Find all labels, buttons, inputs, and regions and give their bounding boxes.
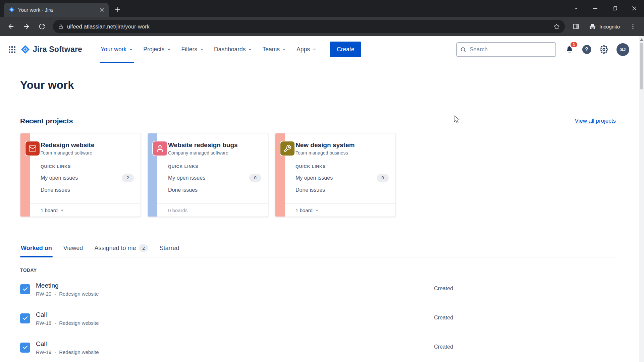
issue-project: Redesign website: [59, 349, 99, 355]
nav-label: Dashboards: [214, 46, 246, 53]
issue-title[interactable]: Meeting: [36, 282, 99, 289]
tab-close-icon[interactable]: [98, 6, 106, 14]
link-label: Done issues: [296, 187, 325, 193]
search-input[interactable]: [469, 46, 552, 53]
jira-favicon-icon: [9, 7, 15, 13]
work-item[interactable]: Call RW-19 · Redesign website Created: [20, 333, 616, 362]
recent-projects-heading: Recent projects: [20, 117, 73, 125]
work-item[interactable]: Call RW-18 · Redesign website Created: [20, 304, 616, 333]
jira-app-header: Jira Software Your work Projects Filters…: [0, 36, 644, 63]
chevron-down-icon: [282, 47, 286, 52]
project-avatar-person-icon: [153, 141, 167, 156]
help-button[interactable]: ?: [580, 43, 594, 57]
browser-titlebar: Your work - Jira: [0, 0, 644, 17]
nav-apps[interactable]: Apps: [291, 36, 322, 63]
reload-button[interactable]: [35, 19, 49, 34]
boards-dropdown[interactable]: 1 board: [285, 203, 395, 217]
project-title[interactable]: Website redesign bugs: [168, 141, 261, 149]
tab-starred[interactable]: Starred: [159, 244, 180, 257]
back-button[interactable]: [4, 19, 18, 34]
chevron-down-icon: [312, 47, 317, 52]
settings-button[interactable]: [597, 43, 611, 57]
new-tab-button[interactable]: [112, 4, 123, 15]
project-title[interactable]: New design system: [296, 141, 389, 149]
project-card-website-redesign-bugs[interactable]: Website redesign bugs Company-managed so…: [148, 133, 268, 217]
issue-status: Created: [434, 285, 453, 291]
tab-viewed[interactable]: Viewed: [63, 244, 84, 257]
create-button[interactable]: Create: [330, 42, 362, 57]
issue-status: Created: [434, 314, 453, 320]
search-box[interactable]: [456, 42, 556, 57]
done-issues-link[interactable]: Done issues: [168, 187, 261, 193]
address-bar[interactable]: uifeed.atlassian.net/jira/your-work: [53, 20, 565, 33]
app-switcher-icon[interactable]: [5, 42, 19, 57]
issue-title[interactable]: Call: [36, 340, 99, 348]
issue-title[interactable]: Call: [36, 311, 99, 318]
project-title[interactable]: Redesign website: [41, 141, 134, 149]
minimize-button[interactable]: [586, 0, 605, 17]
separator: ·: [54, 349, 56, 355]
my-open-issues-link[interactable]: My open issues 0: [296, 174, 389, 182]
boards-label: 1 board: [296, 207, 313, 213]
tab-worked-on[interactable]: Worked on: [20, 244, 53, 257]
quick-links-heading: QUICK LINKS: [296, 164, 389, 169]
work-item[interactable]: Meeting RW-20 · Redesign website Created: [20, 275, 616, 304]
scrollbar-thumb[interactable]: [640, 43, 643, 89]
nav-projects[interactable]: Projects: [138, 36, 176, 63]
task-checkbox-icon: [20, 343, 30, 353]
chevron-down-icon: [200, 47, 204, 52]
scrollbar-up-arrow-icon[interactable]: [640, 38, 643, 41]
recent-projects-header: Recent projects View all projects: [20, 117, 616, 125]
project-avatar-mail-icon: [25, 141, 40, 156]
user-avatar[interactable]: SJ: [616, 43, 629, 56]
nav-filters[interactable]: Filters: [176, 36, 209, 63]
close-button[interactable]: [625, 0, 644, 17]
boards-label: 1 board: [41, 207, 58, 213]
page-scrollbar[interactable]: [639, 36, 644, 362]
issue-meta: RW-20 · Redesign website: [36, 291, 99, 297]
nav-label: Teams: [262, 46, 280, 53]
notifications-button[interactable]: 1: [562, 43, 577, 57]
my-open-issues-link[interactable]: My open issues 0: [168, 174, 261, 182]
jira-logo[interactable]: Jira Software: [21, 45, 82, 54]
browser-tab[interactable]: Your work - Jira: [4, 3, 109, 17]
done-issues-link[interactable]: Done issues: [296, 187, 389, 193]
view-all-projects-link[interactable]: View all projects: [575, 118, 616, 124]
link-label: My open issues: [296, 175, 333, 181]
notification-count-badge: 1: [570, 41, 578, 48]
product-name: Jira Software: [33, 45, 82, 54]
browser-menu-kebab-icon[interactable]: [626, 19, 640, 34]
help-icon: ?: [582, 45, 591, 54]
separator: ·: [54, 291, 56, 297]
maximize-button[interactable]: [605, 0, 625, 17]
work-tabs: Worked on Viewed Assigned to me 2 Starre…: [20, 244, 616, 257]
nav-teams[interactable]: Teams: [257, 36, 291, 63]
project-avatar-tool-icon: [280, 141, 294, 156]
project-card-new-design-system[interactable]: New design system Team-managed business …: [275, 133, 396, 217]
nav-label: Apps: [297, 46, 310, 53]
issue-meta: RW-18 · Redesign website: [36, 320, 99, 326]
tab-search-chevron-icon[interactable]: [566, 0, 586, 17]
tab-assigned-to-me[interactable]: Assigned to me 2: [94, 244, 149, 257]
side-panel-icon[interactable]: [569, 19, 583, 34]
incognito-label: Incognito: [599, 24, 620, 29]
forward-button[interactable]: [19, 19, 34, 34]
nav-dashboards[interactable]: Dashboards: [209, 36, 257, 63]
my-open-issues-link[interactable]: My open issues 2: [41, 174, 134, 182]
done-issues-link[interactable]: Done issues: [41, 187, 134, 193]
issue-text: Call RW-19 · Redesign website: [36, 340, 99, 355]
project-card-redesign-website[interactable]: Redesign website Team-managed software Q…: [20, 133, 141, 217]
task-checkbox-icon: [20, 284, 30, 294]
chevron-down-icon: [315, 208, 319, 212]
separator: ·: [54, 320, 56, 326]
boards-label-disabled: 0 boards: [157, 203, 268, 217]
boards-label: 0 boards: [168, 207, 187, 213]
nav-label: Your work: [101, 46, 126, 53]
nav-your-work[interactable]: Your work: [96, 36, 138, 63]
issue-project: Redesign website: [59, 320, 99, 326]
gear-icon: [600, 45, 608, 54]
tab-label: Viewed: [63, 245, 83, 252]
worked-on-list: Meeting RW-20 · Redesign website Created…: [20, 275, 616, 362]
boards-dropdown[interactable]: 1 board: [30, 203, 141, 217]
bookmark-star-icon[interactable]: [551, 21, 562, 32]
